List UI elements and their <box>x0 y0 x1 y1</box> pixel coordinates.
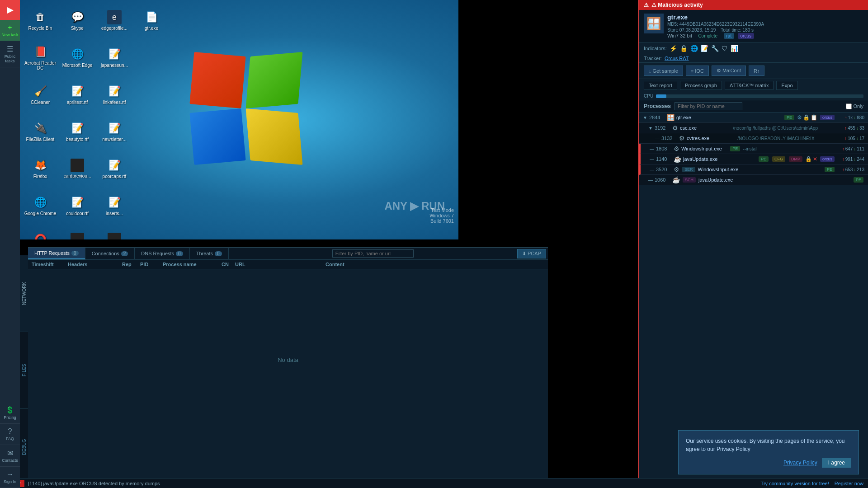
proc-icon-cvtres: ⚙ <box>679 135 685 142</box>
icon-firefox[interactable]: 🦊Firefox <box>22 150 58 187</box>
test-mode-badge: Test Mode Windows 7 Build 7601 <box>429 207 454 224</box>
expo-button[interactable]: Expo <box>776 81 797 90</box>
proc-icon-windowsinput: ⚙ <box>674 145 679 152</box>
status-complete: Complete <box>695 33 720 39</box>
text-report-button[interactable]: Text report <box>644 81 677 90</box>
malware-filename: gtr.exe <box>667 14 863 21</box>
icon-apriltest[interactable]: 📝apriltest.rtf <box>59 76 95 113</box>
register-link[interactable]: Register now <box>835 481 863 486</box>
icon-opera[interactable]: ⭕Opera <box>22 225 58 239</box>
side-label-files[interactable]: FILES <box>20 332 28 409</box>
attck-matrix-button[interactable]: ATT&CK™ matrix <box>725 81 774 90</box>
pcap-button[interactable]: ⬇ PCAP <box>517 249 546 258</box>
icon-acrobat[interactable]: 📕Acrobat Reader DC <box>22 39 58 75</box>
ind-icon-5[interactable]: 🔧 <box>711 45 719 52</box>
pid-filter-input[interactable] <box>675 102 742 110</box>
icon-poorcaps[interactable]: 📝poorcaps.rtf <box>96 150 132 187</box>
ind-icon-3[interactable]: 🌐 <box>690 45 698 52</box>
icon-recycle-bin[interactable]: 🗑Recycle Bin <box>22 2 58 38</box>
report-buttons: Text report Process graph ATT&CK™ matrix… <box>639 79 868 92</box>
i-agree-button[interactable]: I agree <box>822 458 851 468</box>
icon-gtr[interactable]: 📄gtr.exe <box>133 2 170 38</box>
tab-dns-requests[interactable]: DNS Requests 0 <box>135 248 189 259</box>
icon-filezilla[interactable]: 🔌FileZilla Client <box>22 113 58 150</box>
proc-lock-icon[interactable]: 🔒 <box>803 114 810 121</box>
action-buttons: ↓ Get sample ≡ IOC ⚙ MalConf R↑ <box>639 63 868 79</box>
proc-x-1140[interactable]: ✕ <box>813 156 817 162</box>
sidebar-item-contacts[interactable]: ✉ Contacts <box>0 445 20 467</box>
http-badge: 0 <box>71 251 79 256</box>
proc-lock-1140[interactable]: 🔒 <box>805 156 812 162</box>
icon-japanese[interactable]: 📝japaneseun... <box>96 39 132 75</box>
proc-gear-icon[interactable]: ⚙ <box>797 114 802 121</box>
pricing-icon: 💲 <box>5 406 14 414</box>
process-row-1060[interactable]: — 1060 ☕ SCH javaUpdate.exe PE <box>639 175 868 185</box>
ioc-button[interactable]: ≡ IOC <box>686 66 709 76</box>
tab-connections[interactable]: Connections 2 <box>85 248 135 259</box>
app-logo[interactable]: ▶ <box>0 0 20 20</box>
icon-empty5 <box>133 188 170 224</box>
icon-edge[interactable]: eedgeprofile... <box>96 2 132 38</box>
process-row-2844[interactable]: ▼ 2844 🪟 gtr.exe PE ⚙ 🔒 📋 orcus ↑1k ↓880 <box>639 113 868 123</box>
icon-linkafees[interactable]: 📝linkafees.rtf <box>96 76 132 113</box>
icon-droply[interactable]: droplyage... <box>59 225 95 239</box>
sidebar-item-faq[interactable]: ? FAQ <box>0 424 20 445</box>
icon-skype[interactable]: 💬Skype <box>59 2 95 38</box>
expand-icon-1060: — <box>648 178 653 183</box>
tracker-value[interactable]: Orcus RAT <box>665 56 689 61</box>
community-link[interactable]: Try community version for free! <box>761 481 829 486</box>
malconf-button[interactable]: ⚙ MalConf <box>712 66 746 76</box>
windows-logo <box>192 54 309 172</box>
ind-icon-2[interactable]: 🔒 <box>680 45 688 52</box>
get-sample-button[interactable]: ↓ Get sample <box>644 66 683 76</box>
tag-orcus: orcus <box>738 33 754 39</box>
icon-newsletter[interactable]: 📝newsletter... <box>96 113 132 150</box>
process-row-3520[interactable]: — 3520 ⚙ SER WindowsInput.exe PE ↑653 ↓2… <box>639 164 868 175</box>
tab-http-requests[interactable]: HTTP Requests 0 <box>28 248 85 259</box>
sidebar-item-new-task[interactable]: + New task <box>0 20 20 41</box>
proc-icon-java1060: ☕ <box>672 176 680 183</box>
sidebar-item-signin[interactable]: → Sign In <box>0 467 20 488</box>
expand-icon-3192[interactable]: ▼ <box>648 126 653 131</box>
list-icon: ☰ <box>7 45 13 53</box>
icon-beautyto[interactable]: 📝beautyto.rtf <box>59 113 95 150</box>
side-label-debug[interactable]: DEBUG <box>20 409 28 486</box>
privacy-policy-button[interactable]: Privacy Policy <box>783 458 817 468</box>
process-row-1808[interactable]: — 1808 ⚙ WindowsInput.exe PE --install ↑… <box>639 144 868 154</box>
tag-rat: rat <box>724 33 735 39</box>
icon-cardpreview[interactable]: cardpreviou... <box>59 150 95 187</box>
expand-icon-3520: — <box>650 167 654 172</box>
sidebar-item-public-tasks[interactable]: ☰ Public tasks <box>0 41 20 67</box>
icon-chrome[interactable]: 🌐Google Chrome <box>22 188 58 224</box>
icon-treasher[interactable]: treasher... <box>96 225 132 239</box>
cookie-text: Our service uses cookies. By visiting th… <box>686 438 845 452</box>
expand-icon[interactable]: ▼ <box>643 115 647 120</box>
tab-threats[interactable]: Threats 0 <box>190 248 229 259</box>
sidebar-item-pricing[interactable]: 💲 Pricing <box>0 402 20 424</box>
process-row-3192[interactable]: ▼ 3192 ⚙ csc.exe /noconfig /fullpaths @'… <box>639 123 868 133</box>
ind-icon-6[interactable]: 🛡 <box>722 45 728 52</box>
process-row-1140[interactable]: — 1140 ☕ javaUpdate.exe PE CFG DMP 🔒 ✕ o… <box>639 154 868 164</box>
malicious-banner: ⚠ ⚠ Malicious activity <box>639 0 868 10</box>
icon-ccleaner[interactable]: 🧹CCleaner <box>22 76 58 113</box>
only-checkbox[interactable] <box>846 103 852 109</box>
icon-msedge[interactable]: 🌐Microsoft Edge <box>59 39 95 75</box>
proc-clip-icon[interactable]: 📋 <box>811 114 817 121</box>
malware-info: 🪟 gtr.exe MD5: 4449DB01A06234E6223E93211… <box>639 10 868 43</box>
network-filter-input[interactable] <box>332 249 414 258</box>
ind-icon-7[interactable]: 📊 <box>731 45 738 52</box>
icon-couldoor[interactable]: 📝couldoor.rtf <box>59 188 95 224</box>
process-row-3132[interactable]: — 3132 ⚙ cvtres.exe /NOLOGO /READONLY /M… <box>639 133 868 144</box>
process-graph-button[interactable]: Process graph <box>680 81 722 90</box>
faq-icon: ? <box>8 427 12 436</box>
side-label-network[interactable]: NETWORK <box>20 255 28 332</box>
ind-icon-4[interactable]: 📝 <box>701 45 708 52</box>
re-button[interactable]: R↑ <box>749 66 764 76</box>
malware-md5: MD5: 4449DB01A06234E6223E932114EE390A <box>667 22 863 27</box>
icon-empty2 <box>133 76 170 113</box>
ind-icon-1[interactable]: ⚡ <box>670 45 677 52</box>
network-no-data: No data <box>28 269 548 450</box>
icon-inserts[interactable]: 📝inserts... <box>96 188 132 224</box>
only-checkbox-label[interactable]: Only <box>846 103 863 109</box>
cpu-fill <box>656 94 666 98</box>
